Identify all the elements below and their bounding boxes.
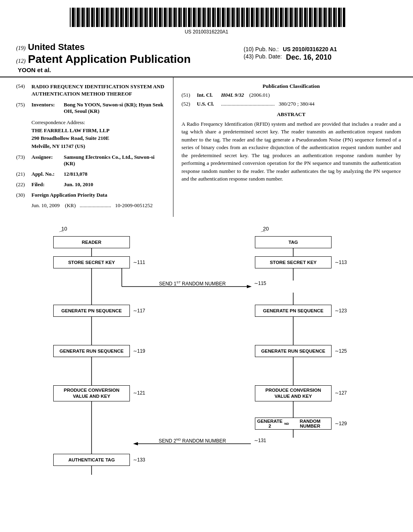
header-right: (10) Pub. No.: US 2010/0316220 A1 (43) P…: [244, 42, 397, 62]
f73-label: Assignee:: [31, 154, 64, 167]
svg-rect-113: [343, 8, 345, 27]
svg-rect-22: [123, 8, 124, 27]
pub-class-label: Publication Classification: [181, 83, 401, 89]
svg-rect-76: [254, 8, 254, 27]
svg-rect-71: [241, 8, 244, 27]
field-54: (54) RADIO FREQUENCY IDENTIFICATION SYST…: [16, 83, 165, 98]
svg-rect-67: [232, 8, 234, 27]
f22-value: Jun. 10, 2010: [64, 181, 165, 188]
f21-value: 12/813,078: [64, 171, 165, 177]
svg-rect-24: [128, 8, 129, 27]
f75-inventors: Bong No YOON, Suwon-si (KR); Hyun Seok O…: [64, 102, 163, 114]
svg-rect-83: [270, 8, 273, 27]
body-section: (54) RADIO FREQUENCY IDENTIFICATION SYST…: [0, 77, 413, 217]
store-secret-tag-ref: ∼113: [335, 260, 347, 265]
f30-dots: ........................: [80, 202, 111, 208]
field-75: (75) Inventors: Bong No YOON, Suwon-si (…: [16, 102, 165, 114]
auth-tag-box: AUTHENTICATE TAG: [53, 454, 130, 466]
svg-rect-15: [106, 8, 108, 27]
svg-rect-80: [263, 8, 264, 27]
svg-rect-74: [249, 8, 250, 27]
svg-rect-13: [101, 8, 103, 27]
svg-rect-87: [280, 8, 282, 27]
gen-run-reader-box: GENERATE RUN SEQUENCE: [53, 345, 130, 357]
svg-rect-6: [84, 8, 85, 27]
svg-rect-66: [229, 8, 230, 27]
svg-rect-9: [91, 8, 94, 27]
f54-num: (54): [16, 83, 31, 98]
left-column: (54) RADIO FREQUENCY IDENTIFICATION SYST…: [0, 77, 173, 217]
svg-rect-50: [191, 8, 192, 27]
svg-rect-100: [312, 8, 313, 27]
abstract-title: ABSTRACT: [181, 111, 401, 118]
f73-value: Samsung Electronics Co., Ltd., Suwon-si …: [64, 154, 154, 166]
abstract-section: ABSTRACT A Radio Frequency Identificatio…: [181, 111, 401, 183]
svg-marker-127: [247, 285, 252, 288]
f52-num: (52): [181, 101, 197, 107]
svg-rect-2: [75, 8, 75, 27]
svg-rect-109: [333, 8, 336, 27]
gen-2nd-rn-ref: ∼129: [335, 421, 347, 426]
send-1st-rn-ref: ∼115: [254, 281, 266, 286]
corr-firm: THE FARRELL LAW FIRM, LLP: [31, 127, 165, 135]
svg-rect-51: [193, 8, 195, 27]
svg-rect-40: [167, 8, 167, 27]
svg-rect-20: [118, 8, 119, 27]
gen-run-reader-ref: ∼119: [133, 348, 145, 354]
gen-pn-reader-box: GENERATE PN SEQUENCE: [53, 305, 130, 317]
f75-content: Bong No YOON, Suwon-si (KR); Hyun Seok O…: [64, 102, 165, 114]
svg-rect-49: [188, 8, 190, 27]
store-secret-reader-box: STORE SECRET KEY: [53, 256, 130, 268]
f51-content: H04L 9/32 (2006.01): [221, 92, 401, 98]
country-label: United States: [28, 42, 85, 52]
svg-rect-42: [171, 8, 172, 27]
field-22: (22) Filed: Jun. 10, 2010: [16, 181, 165, 188]
svg-rect-79: [261, 8, 263, 27]
svg-rect-55: [202, 8, 205, 27]
page: US 20100316220A1 (19) United States (12)…: [0, 0, 413, 532]
svg-rect-39: [164, 8, 166, 27]
f51-num: (51): [181, 92, 197, 98]
svg-rect-110: [336, 8, 337, 27]
svg-rect-47: [183, 8, 186, 27]
svg-rect-89: [285, 8, 287, 27]
store-secret-tag-box: STORE SECRET KEY: [255, 256, 332, 268]
prod-conv-tag-ref: ∼127: [335, 390, 347, 396]
svg-rect-14: [104, 8, 104, 27]
field-21: (21) Appl. No.: 12/813,078: [16, 171, 165, 177]
f30-content: Foreign Application Priority Data: [31, 192, 165, 198]
svg-rect-105: [323, 8, 326, 27]
svg-rect-26: [133, 8, 133, 27]
svg-rect-37: [159, 8, 161, 27]
svg-rect-92: [292, 8, 293, 27]
right-column: Publication Classification (51) Int. Cl.…: [173, 77, 413, 217]
f51-year: (2006.01): [249, 92, 270, 98]
svg-rect-7: [86, 8, 89, 27]
svg-rect-90: [288, 8, 288, 27]
svg-rect-77: [256, 8, 258, 27]
gen-pn-tag-ref: ∼123: [335, 308, 347, 314]
svg-rect-86: [278, 8, 279, 27]
prod-conv-tag-box: PRODUCE CONVERSIONVALUE AND KEY: [255, 385, 332, 401]
field-30: (30) Foreign Application Priority Data: [16, 192, 165, 198]
svg-rect-5: [81, 8, 84, 27]
f51-label: Int. Cl.: [197, 92, 221, 98]
svg-rect-93: [294, 8, 297, 27]
svg-rect-4: [79, 8, 80, 27]
svg-rect-41: [169, 8, 171, 27]
f30-num: (30): [16, 192, 31, 198]
svg-rect-38: [162, 8, 163, 27]
svg-rect-18: [113, 8, 114, 27]
corr-label: Correspondence Address:: [31, 118, 165, 127]
svg-rect-73: [246, 8, 248, 27]
send-1st-rn-label: SEND 1ST RANDOM NUMBER: [146, 281, 239, 287]
send-2nd-rn-label: SEND 2ND RANDOM NUMBER: [146, 438, 239, 444]
f73-num: (73): [16, 154, 31, 167]
gen-pn-reader-ref: ∼117: [133, 308, 145, 314]
f52-value: 380/270: [279, 101, 296, 107]
svg-rect-94: [297, 8, 298, 27]
svg-rect-11: [96, 8, 98, 27]
svg-rect-81: [265, 8, 268, 27]
gen-run-tag-ref: ∼125: [335, 348, 347, 354]
svg-rect-8: [89, 8, 90, 27]
